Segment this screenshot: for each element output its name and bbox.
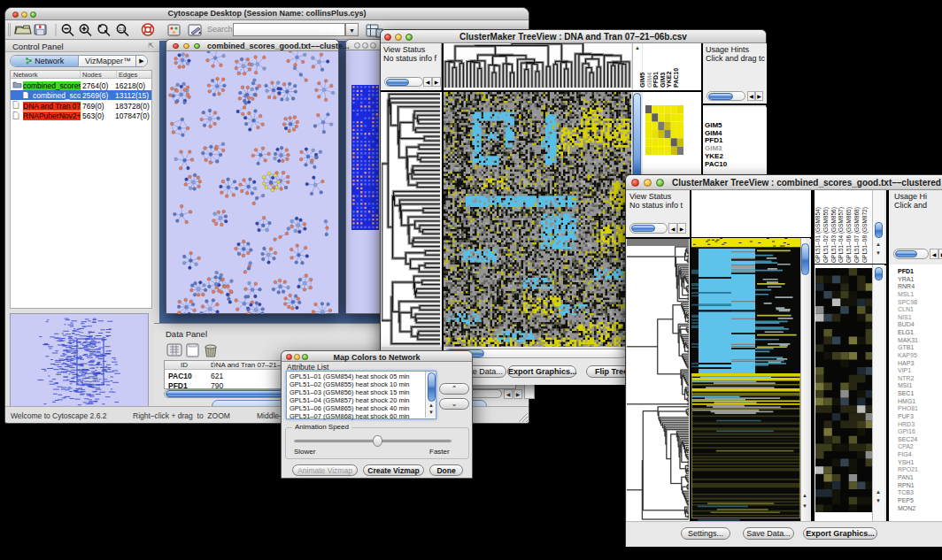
svg-text:1:1: 1:1 bbox=[119, 27, 125, 32]
